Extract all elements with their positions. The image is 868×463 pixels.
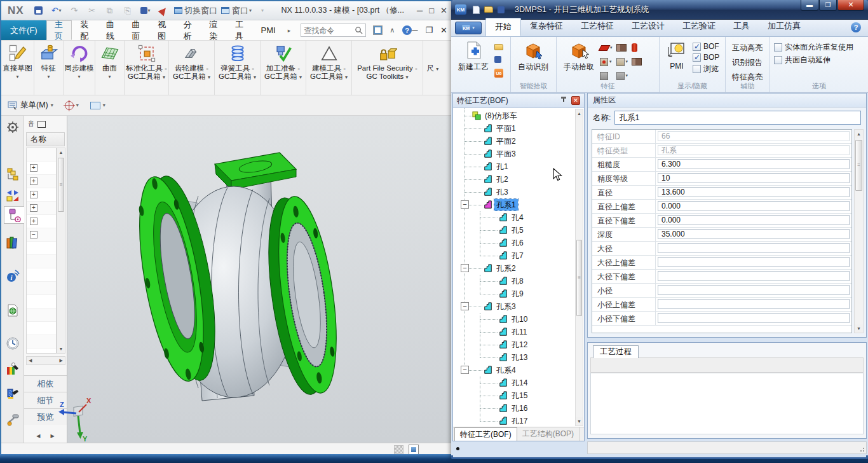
property-row[interactable]: 大径上偏差 bbox=[592, 256, 851, 270]
ribbon-group-partial[interactable]: 尺 ▾ bbox=[423, 41, 442, 95]
km-app-menu-button[interactable]: KM▾ bbox=[455, 22, 482, 34]
tree-item[interactable]: 孔10 bbox=[453, 313, 575, 326]
roles-gear-icon[interactable] bbox=[4, 118, 22, 136]
property-row[interactable]: 特征类型 孔系 bbox=[592, 144, 851, 158]
minimize-ribbon-icon[interactable]: ∧ bbox=[390, 26, 395, 34]
ribbon-group-standard-tools[interactable]: 标准化工具 -GC工具箱 ▾ bbox=[125, 41, 169, 95]
property-value[interactable]: 孔系 bbox=[658, 145, 850, 155]
ribbon-group-surface[interactable]: 曲面▾ bbox=[95, 41, 125, 95]
tree-item[interactable]: 孔17 bbox=[453, 415, 575, 427]
property-value[interactable] bbox=[658, 257, 850, 267]
nx-tab[interactable]: 视图 bbox=[149, 20, 175, 40]
assist-button[interactable]: 互动高亮 bbox=[729, 42, 765, 54]
property-value[interactable]: 0.000 bbox=[658, 215, 850, 225]
nx-tab[interactable]: 装配 bbox=[72, 20, 98, 40]
cut-icon[interactable]: ✂ bbox=[85, 4, 99, 18]
rectangle-select-button[interactable]: ▾ bbox=[88, 100, 108, 111]
ribbon-checkbox[interactable]: 共面自动延伸 bbox=[774, 55, 853, 66]
navigator-vscrollbar[interactable]: ▲ ▼ bbox=[57, 148, 65, 354]
nx-tab[interactable]: 曲线 bbox=[98, 20, 124, 40]
open-process-icon[interactable] bbox=[494, 44, 503, 50]
save-process-icon[interactable] bbox=[494, 56, 501, 63]
ribbon-checkbox[interactable]: BOP bbox=[693, 53, 719, 62]
menu-button[interactable]: 菜单(M)▾ bbox=[5, 99, 56, 112]
ribbon-group-synchronous[interactable]: 同步建模▾ bbox=[64, 41, 95, 95]
step-feature-button[interactable] bbox=[632, 55, 642, 68]
tree-item[interactable]: 平面3 bbox=[453, 148, 575, 160]
km-tab[interactable]: 加工仿真 bbox=[759, 18, 810, 36]
status-grid-icon[interactable] bbox=[394, 445, 403, 455]
ribbon-checkbox[interactable]: 浏览 bbox=[693, 64, 719, 74]
open-file-icon[interactable] bbox=[484, 6, 493, 13]
save-as-button[interactable]: ▾ bbox=[139, 4, 153, 18]
nx-file-tab[interactable]: 文件(F) bbox=[1, 20, 46, 40]
ribbon-group-spring-tools[interactable]: 弹簧工具 -GC工具箱 ▾ bbox=[215, 41, 261, 95]
tree-expander[interactable] bbox=[461, 302, 469, 310]
ribbon-group-feature[interactable]: 特征▾ bbox=[34, 41, 64, 95]
new-process-button[interactable]: 新建工艺 bbox=[455, 39, 492, 82]
tree-item[interactable]: 孔8 bbox=[453, 275, 575, 287]
history-clock-icon[interactable] bbox=[4, 335, 22, 352]
brush-icon[interactable] bbox=[156, 4, 170, 18]
feature-tree[interactable]: (8)仿形车 平面1 bbox=[453, 108, 575, 427]
property-row[interactable]: 大径下偏差 bbox=[592, 270, 851, 284]
tools-hammer-icon[interactable] bbox=[4, 411, 22, 429]
nx-close-button[interactable]: ✕ bbox=[440, 6, 447, 15]
tree-item[interactable]: 孔系3 bbox=[453, 300, 575, 313]
ug-import-icon[interactable]: U6 bbox=[494, 69, 503, 78]
name-column-header[interactable]: 名称 bbox=[26, 132, 65, 146]
command-find-box[interactable] bbox=[301, 24, 366, 37]
pin-icon[interactable] bbox=[560, 97, 567, 104]
pocket-feature-button[interactable]: ▾ bbox=[616, 55, 628, 68]
help-icon[interactable]: ? bbox=[402, 25, 412, 35]
ribbon-checkbox[interactable]: BOF bbox=[693, 42, 719, 51]
new-file-icon[interactable] bbox=[473, 6, 480, 14]
nx-tab[interactable]: 分析 bbox=[175, 20, 201, 40]
selection-filter-button[interactable]: ▾ bbox=[62, 100, 81, 111]
save-file-icon[interactable] bbox=[498, 6, 505, 13]
plane-feature-button[interactable]: ▾ bbox=[600, 41, 613, 54]
paint-roller-icon[interactable] bbox=[4, 385, 22, 403]
resize-grip[interactable] bbox=[858, 446, 865, 452]
web-browser-icon[interactable] bbox=[4, 301, 22, 319]
face-feature-button[interactable] bbox=[600, 69, 613, 82]
color-wand-icon[interactable] bbox=[4, 360, 22, 378]
property-row[interactable]: 精度等级 10 bbox=[592, 172, 851, 186]
part-navigator-icon[interactable] bbox=[4, 206, 24, 224]
bottom-tab[interactable]: 特征工艺(BOF) bbox=[454, 427, 517, 441]
km-minimize-button[interactable]: ▬ bbox=[801, 0, 818, 11]
tree-item[interactable]: 孔3 bbox=[453, 186, 575, 198]
tree-item[interactable]: 孔11 bbox=[453, 326, 575, 338]
property-row[interactable]: 小径 bbox=[592, 284, 851, 298]
assembly-navigator-icon[interactable] bbox=[4, 165, 22, 183]
window-menu-button[interactable]: 窗口▾ bbox=[221, 4, 252, 18]
pmi-button[interactable]: PMI bbox=[663, 39, 690, 82]
fullscreen-icon[interactable] bbox=[374, 26, 382, 34]
property-value[interactable]: 6.300 bbox=[658, 159, 850, 169]
process-tab[interactable]: 工艺过程 bbox=[593, 345, 639, 358]
3d-viewport[interactable] bbox=[67, 116, 454, 443]
tree-item[interactable]: 孔5 bbox=[453, 224, 575, 237]
tree-item[interactable]: 孔9 bbox=[453, 287, 575, 300]
km-tab[interactable]: 复杂特征 bbox=[521, 18, 572, 36]
km-tab[interactable]: 工艺设计 bbox=[623, 18, 674, 36]
manual-pick-button[interactable]: 手动拾取 bbox=[560, 39, 597, 82]
navigator-hscrollbar[interactable]: ◀▶ bbox=[26, 356, 65, 365]
process-content[interactable] bbox=[590, 373, 864, 434]
km-maximize-button[interactable]: ❐ bbox=[819, 0, 837, 11]
copy-icon[interactable]: ⧉ bbox=[103, 4, 117, 18]
tree-expander[interactable] bbox=[461, 200, 469, 209]
doc-minimize-button[interactable]: ─ bbox=[412, 25, 417, 35]
tree-item[interactable]: 孔系1 bbox=[453, 198, 575, 211]
tree-item[interactable]: 孔14 bbox=[453, 377, 575, 389]
property-value[interactable] bbox=[658, 271, 850, 281]
tree-item[interactable]: 孔7 bbox=[453, 249, 575, 262]
navigator-tree[interactable]: + + + + + − bbox=[26, 148, 57, 354]
nx-tab[interactable]: PMI bbox=[252, 20, 283, 40]
ribbon-checkbox[interactable]: 实体面允许重复使用 bbox=[774, 42, 853, 53]
constraint-navigator-icon[interactable] bbox=[4, 187, 22, 205]
property-value[interactable] bbox=[658, 243, 850, 253]
auto-recognize-button[interactable]: 自动识别 bbox=[515, 39, 552, 82]
reuse-library-icon[interactable] bbox=[4, 234, 22, 252]
km-tab[interactable]: 工艺特征 bbox=[572, 18, 623, 36]
